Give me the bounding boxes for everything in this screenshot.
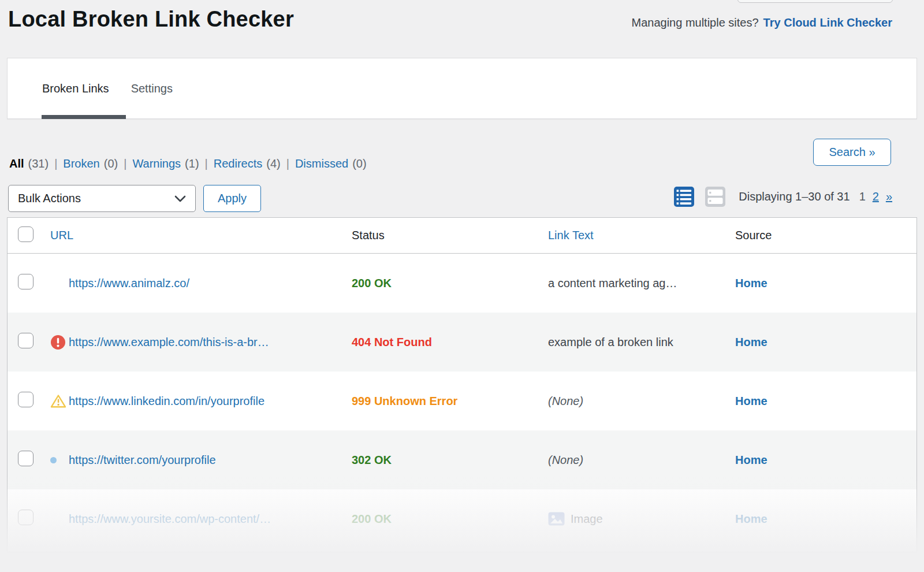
row-checkbox[interactable] bbox=[18, 392, 33, 407]
pagination: Displaying 1–30 of 31 1 2 » bbox=[739, 190, 892, 203]
active-tab-underline bbox=[42, 115, 126, 119]
filter-warnings-count: (1) bbox=[185, 157, 199, 170]
status-text: 200 OK bbox=[352, 512, 392, 525]
status-filters: All(31) | Broken(0) | Warnings(1) | Redi… bbox=[9, 157, 367, 170]
table-row: https://www.example.com/this-is-a-br… 40… bbox=[8, 313, 916, 372]
column-header-source: Source bbox=[735, 229, 772, 242]
row-checkbox[interactable] bbox=[18, 274, 33, 289]
tab-broken-links[interactable]: Broken Links bbox=[42, 82, 109, 95]
status-text: 999 Unknown Error bbox=[352, 395, 457, 407]
status-text: 404 Not Found bbox=[352, 336, 432, 348]
view-toggle bbox=[673, 186, 726, 207]
table-row: https://www.linkedin.com/in/yourprofile … bbox=[8, 372, 916, 430]
url-link[interactable]: https://www.yoursite.com/wp-content/… bbox=[69, 512, 271, 526]
link-text: Image bbox=[548, 512, 735, 526]
link-text: example of a broken link bbox=[548, 336, 735, 349]
filter-broken[interactable]: Broken(0) bbox=[63, 157, 118, 170]
chevron-down-icon bbox=[174, 195, 186, 202]
redirect-dot-icon bbox=[50, 457, 57, 463]
apply-button[interactable]: Apply bbox=[203, 185, 261, 212]
card-view-icon[interactable] bbox=[705, 186, 726, 207]
table-header-row: URL Status Link Text Source bbox=[8, 218, 916, 254]
filter-redirects-count: (4) bbox=[266, 157, 280, 170]
table-row: https://www.yoursite.com/wp-content/… 20… bbox=[8, 489, 916, 548]
cutoff-button-top[interactable] bbox=[737, 0, 893, 3]
status-text: 200 OK bbox=[352, 277, 392, 289]
filter-separator: | bbox=[286, 157, 289, 170]
status-text: 302 OK bbox=[352, 454, 392, 466]
displaying-count: Displaying 1–30 of 31 bbox=[739, 190, 850, 203]
warning-triangle-icon bbox=[50, 394, 66, 408]
source-link[interactable]: Home bbox=[735, 454, 767, 466]
column-header-link-text[interactable]: Link Text bbox=[548, 229, 594, 242]
source-link[interactable]: Home bbox=[735, 512, 767, 525]
search-button[interactable]: Search » bbox=[813, 139, 891, 166]
table-row: https://twitter.com/yourprofile 302 OK (… bbox=[8, 430, 916, 489]
filter-separator: | bbox=[124, 157, 126, 170]
error-exclamation-icon bbox=[50, 335, 66, 350]
column-header-url[interactable]: URL bbox=[50, 229, 73, 242]
next-page-link[interactable]: » bbox=[886, 190, 892, 203]
url-link[interactable]: https://twitter.com/yourprofile bbox=[69, 454, 216, 467]
filter-separator: | bbox=[54, 157, 57, 170]
source-link[interactable]: Home bbox=[735, 395, 767, 407]
filter-broken-count: (0) bbox=[104, 157, 118, 170]
filter-redirects[interactable]: Redirects(4) bbox=[214, 157, 281, 170]
managing-sites-text: Managing multiple sites? bbox=[631, 16, 758, 29]
url-link[interactable]: https://www.linkedin.com/in/yourprofile bbox=[69, 395, 264, 408]
toolbar-right: Displaying 1–30 of 31 1 2 » bbox=[673, 186, 892, 207]
link-text: (None) bbox=[548, 395, 735, 408]
filter-dismissed-count: (0) bbox=[352, 157, 366, 170]
row-checkbox[interactable] bbox=[18, 510, 33, 525]
managing-sites-note: Managing multiple sites?Try Cloud Link C… bbox=[631, 16, 892, 29]
image-icon bbox=[548, 512, 565, 526]
tab-bar: Broken Links Settings bbox=[42, 58, 173, 118]
row-checkbox[interactable] bbox=[18, 451, 33, 466]
link-text: a content marketing ag… bbox=[548, 277, 735, 290]
filter-dismissed[interactable]: Dismissed(0) bbox=[295, 157, 367, 170]
page-number-2-link[interactable]: 2 bbox=[873, 190, 879, 203]
filter-warnings[interactable]: Warnings(1) bbox=[132, 157, 199, 170]
url-link[interactable]: https://www.animalz.co/ bbox=[69, 277, 189, 290]
tabs-card: Broken Links Settings bbox=[7, 58, 917, 119]
table-row: https://www.animalz.co/ 200 OK a content… bbox=[8, 254, 916, 313]
links-table: URL Status Link Text Source https://www.… bbox=[7, 217, 917, 552]
page-number-current: 1 bbox=[859, 190, 866, 203]
bulk-actions-select[interactable]: Bulk Actions bbox=[8, 185, 196, 212]
row-checkbox[interactable] bbox=[18, 333, 33, 348]
page-title: Local Broken Link Checker bbox=[8, 7, 294, 32]
url-link[interactable]: https://www.example.com/this-is-a-br… bbox=[69, 336, 269, 349]
select-all-checkbox[interactable] bbox=[18, 226, 33, 242]
column-header-status: Status bbox=[352, 229, 385, 242]
link-text: (None) bbox=[548, 454, 735, 467]
try-cloud-link-checker-link[interactable]: Try Cloud Link Checker bbox=[763, 16, 892, 29]
filter-separator: | bbox=[205, 157, 208, 170]
source-link[interactable]: Home bbox=[735, 336, 767, 348]
tab-settings[interactable]: Settings bbox=[131, 82, 173, 95]
filter-all[interactable]: All(31) bbox=[9, 157, 49, 170]
list-view-icon[interactable] bbox=[673, 186, 695, 207]
source-link[interactable]: Home bbox=[735, 277, 767, 289]
bulk-actions-label: Bulk Actions bbox=[18, 192, 174, 205]
filter-all-count: (31) bbox=[28, 157, 49, 170]
